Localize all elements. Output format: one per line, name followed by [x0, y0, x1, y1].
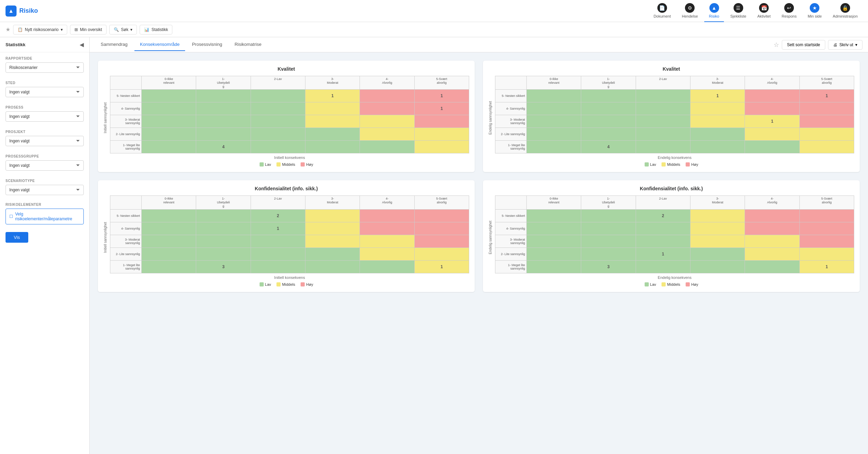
statistics-label: Statistikk	[151, 27, 168, 32]
prosjekt-select[interactable]: Ingen valgt	[6, 136, 84, 146]
scenariotype-section: SCENARIOTYPE Ingen valgt	[0, 175, 89, 199]
logo-icon: ▲	[6, 6, 17, 17]
risikoelementer-checkbox-icon: ☐	[9, 214, 13, 219]
tab-konsekvensomrade[interactable]: Konsekvensområde	[134, 38, 185, 51]
legend-item-hoy: Høy	[301, 282, 313, 286]
cell-2-2	[251, 235, 305, 248]
tabs-star-button[interactable]: ☆	[774, 41, 779, 49]
row-label-1: 4- Sannsynlig	[110, 102, 141, 115]
cell-0-2: 2	[636, 210, 690, 222]
nav-item-risiko[interactable]: ▲ Risiko	[704, 0, 724, 22]
cell-0-0	[527, 210, 581, 222]
cell-2-2	[636, 235, 690, 248]
cell-4-2	[636, 141, 690, 153]
cell-0-5	[800, 210, 854, 222]
search-button[interactable]: 🔍 Søk ▾	[109, 25, 137, 34]
nav-item-hendelse[interactable]: ⚙ Hendelse	[677, 0, 703, 22]
col-header-2: 2-Lav	[636, 76, 690, 89]
statistics-button[interactable]: 📊 Statistikk	[140, 25, 172, 34]
legend-item-lav: Lav	[260, 162, 271, 167]
nav-item-administrasjon[interactable]: 🔒 Administrasjon	[828, 0, 862, 22]
nav-label-sjekkliste: Sjekkliste	[730, 14, 746, 18]
prosessgruppe-label: PROSESSGRUPPE	[6, 154, 84, 158]
cell-4-1: 3	[581, 261, 635, 273]
cell-4-4	[360, 141, 414, 153]
prosjekt-section: PROSJEKT Ingen valgt	[0, 126, 89, 150]
scenariotype-select[interactable]: Ingen valgt	[6, 185, 84, 195]
legend-dot-middels	[276, 282, 281, 286]
legend-label-hoy: Høy	[306, 282, 313, 286]
cell-4-5: 1	[800, 261, 854, 273]
cell-2-0	[527, 235, 581, 248]
col-header-3: 3- Moderat	[690, 76, 745, 89]
row-label-4: 1- Meget lite sannsynlig	[110, 261, 141, 273]
cell-1-5	[415, 222, 469, 235]
my-overview-label: Min oversikt	[80, 27, 102, 32]
col-header-5: 5-Svært alvorlig	[800, 76, 854, 89]
print-label: Skriv ut	[839, 42, 853, 47]
x-axis-label-kvalitet-final: Endelig konsekvens	[495, 155, 854, 160]
cell-3-1	[196, 248, 250, 260]
corner-cell	[110, 76, 141, 89]
cell-1-4	[360, 102, 414, 115]
prosessgruppe-select[interactable]: Ingen valgt	[6, 160, 84, 171]
cell-4-2	[636, 261, 690, 273]
legend-item-lav: Lav	[260, 282, 271, 286]
sidebar-collapse-button[interactable]: ◀	[80, 41, 84, 48]
row-label-3: 2- Lite sannsynlig	[495, 128, 526, 140]
nav-label-min-side: Min side	[808, 14, 822, 18]
app-logo[interactable]: ▲ Risiko	[6, 6, 38, 17]
cell-0-3	[690, 210, 745, 222]
my-overview-button[interactable]: ⊞ Min oversikt	[70, 25, 107, 34]
min-side-icon: ★	[810, 3, 819, 13]
app-name: Risiko	[19, 7, 38, 14]
col-header-3: 3- Moderat	[305, 76, 360, 89]
matrix-konfidensialitet-initial: 0-Ikke relevant1- Ubetydeli g2-Lav3- Mod…	[110, 195, 469, 273]
legend-label-middels: Middels	[282, 162, 295, 167]
cell-0-5: 1	[800, 90, 854, 102]
startside-button[interactable]: Sett som startside	[782, 40, 825, 50]
tab-sammendrag[interactable]: Sammendrag	[95, 38, 133, 51]
tab-risikomatrise[interactable]: Risikomatrise	[229, 38, 267, 51]
sted-section: STED Ingen valgt	[0, 77, 89, 101]
cell-2-3	[305, 235, 360, 248]
tabs-actions: ☆ Sett som startside 🖨 Skriv ut ▾	[774, 40, 862, 50]
cell-0-0	[142, 90, 196, 102]
cell-1-1	[196, 102, 250, 115]
new-scenario-button[interactable]: 📋 Nytt risikoscenario ▾	[13, 25, 67, 34]
sidebar-header: Statistikk ◀	[0, 37, 89, 52]
corner-cell	[495, 196, 526, 209]
tab-prosessvisning[interactable]: Prosessvisning	[186, 38, 228, 51]
nav-item-sjekkliste[interactable]: ☰ Sjekkliste	[725, 0, 751, 22]
sted-select[interactable]: Ingen valgt	[6, 87, 84, 97]
nav-item-aktivitet[interactable]: 📅 Aktivitet	[753, 0, 776, 22]
cell-2-4	[360, 115, 414, 128]
scenariotype-label: SCENARIOTYPE	[6, 179, 84, 183]
cell-2-5	[415, 235, 469, 248]
chart-title-kvalitet-final: Kvalitet	[488, 66, 854, 72]
rapportside-select[interactable]: Risikoscenarier	[6, 62, 84, 73]
row-label-3: 2- Lite sannsynlig	[495, 248, 526, 260]
y-axis-label-konfidensialitet-final: Endelig sannsynlighet	[488, 195, 492, 279]
chart-konfidensialitet-final: Konfidensialitet (info. sikk.)Endelig sa…	[483, 180, 860, 292]
nav-item-min-side[interactable]: ★ Min side	[803, 0, 827, 22]
row-label-2: 3- Moderat sannsynlig	[495, 235, 526, 248]
legend-konfidensialitet-initial: LavMiddelsHøy	[103, 282, 469, 286]
favorite-button[interactable]: ★	[6, 26, 10, 33]
prosess-select[interactable]: Ingen valgt	[6, 111, 84, 122]
col-header-2: 2-Lav	[251, 196, 305, 209]
nav-item-respons[interactable]: ↩ Respons	[777, 0, 801, 22]
legend-item-hoy: Høy	[686, 282, 698, 286]
print-button[interactable]: 🖨 Skriv ut ▾	[828, 40, 862, 50]
aktivitet-icon: 📅	[759, 3, 769, 13]
legend-dot-hoy	[686, 282, 690, 286]
cell-3-5	[800, 128, 854, 140]
vis-button[interactable]: Vis	[6, 232, 28, 243]
nav-item-dokument[interactable]: 📄 Dokument	[649, 0, 676, 22]
y-axis-label-konfidensialitet-initial: Initiell sannsynlighet	[103, 195, 107, 279]
cell-0-5: 1	[415, 90, 469, 102]
new-scenario-chevron: ▾	[61, 27, 63, 32]
risikoelementer-button[interactable]: ☐ Velg risikoelementer/måleparametre	[6, 209, 84, 224]
cell-4-0	[527, 261, 581, 273]
col-header-1: 1- Ubetydeli g	[196, 76, 250, 89]
